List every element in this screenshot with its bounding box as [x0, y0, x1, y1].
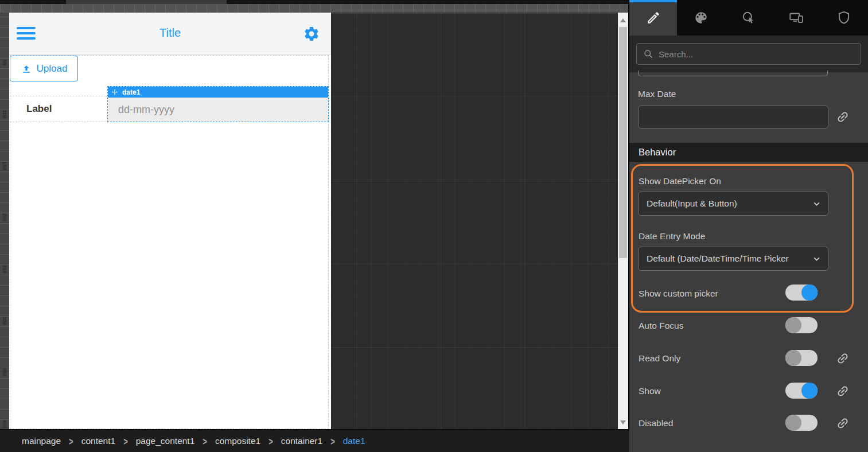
auto-focus-toggle[interactable] [785, 317, 818, 333]
tab-device-preview[interactable] [773, 0, 820, 36]
date-entry-mode-select[interactable]: Default (Date/DateTime/Time Picker [638, 247, 828, 271]
auto-focus-label: Auto Focus [639, 321, 683, 331]
scrolled-input-edge [638, 71, 828, 76]
widget-selection-tag[interactable]: date1 [108, 87, 328, 98]
breadcrumb-item-container1[interactable]: container1 [281, 436, 322, 446]
show-label: Show [639, 386, 661, 396]
read-only-toggle[interactable] [785, 350, 818, 366]
vertical-ruler: 50 100 150 200 250 300 350 400 [0, 13, 9, 430]
ruler-label: 100 [2, 107, 7, 122]
devices-icon [788, 10, 804, 25]
ruler-label: 250 [2, 262, 7, 276]
breadcrumb-item-page-content1[interactable]: page_content1 [136, 436, 195, 446]
move-icon [111, 89, 118, 96]
search-box[interactable] [636, 43, 861, 65]
show-datepicker-on-label: Show DatePicker On [639, 176, 721, 186]
chevron-right-icon: > [69, 435, 73, 447]
disabled-label: Disabled [639, 418, 673, 428]
search-section [629, 36, 868, 72]
chevron-right-icon: > [330, 435, 335, 447]
shield-icon [836, 10, 851, 25]
scroll-down-arrow-icon[interactable] [620, 420, 626, 424]
date-input-field[interactable]: dd-mm-yyyy [108, 98, 328, 122]
date-entry-mode-value: Default (Date/DateTime/Time Picker [639, 247, 828, 270]
search-icon [644, 49, 653, 59]
toggle-knob [785, 350, 801, 366]
toggle-knob [785, 415, 801, 431]
ruler-label: 300 [2, 313, 7, 328]
top-strip [0, 0, 629, 4]
breadcrumb: mainpage > content1 > page_content1 > co… [0, 430, 629, 452]
scroll-up-arrow-icon[interactable] [620, 18, 626, 22]
bind-link-icon[interactable] [836, 352, 850, 365]
phone-canvas[interactable]: Title Upload Label date1 dd-mm-yyyy [9, 13, 331, 430]
show-datepicker-on-select[interactable]: Default(Input & Button) [638, 192, 828, 216]
max-date-input[interactable] [638, 106, 828, 128]
upload-icon [21, 63, 32, 75]
toggle-knob [801, 285, 818, 301]
breadcrumb-item-composite1[interactable]: composite1 [215, 436, 260, 446]
ruler-label: 50 [2, 55, 7, 70]
ruler-label: 350 [2, 365, 7, 380]
date-entry-mode-label: Date Entry Mode [639, 231, 705, 241]
palette-icon [694, 10, 709, 25]
bind-link-icon[interactable] [836, 110, 850, 124]
chevron-right-icon: > [268, 435, 273, 447]
chevron-down-icon [812, 254, 822, 264]
search-input[interactable] [659, 49, 854, 59]
ruler-label: 150 [2, 158, 7, 173]
panel-tabbar [629, 0, 868, 36]
tab-markup[interactable] [629, 0, 677, 36]
toggle-knob [785, 317, 801, 333]
upload-button-label: Upload [37, 63, 68, 75]
scrollbar-thumb[interactable] [619, 27, 627, 258]
show-custom-picker-label: Show custom picker [639, 289, 718, 299]
chevron-down-icon [812, 199, 822, 209]
selected-date-widget[interactable]: date1 dd-mm-yyyy [107, 86, 329, 122]
phone-header: Title [9, 13, 331, 55]
page-title: Title [9, 26, 331, 40]
breadcrumb-item-mainpage[interactable]: mainpage [22, 436, 61, 446]
inspector-icon [741, 10, 756, 25]
tab-inspect[interactable] [725, 0, 772, 36]
tab-security[interactable] [820, 0, 868, 36]
upload-button[interactable]: Upload [10, 56, 78, 81]
settings-gear-icon[interactable] [303, 25, 320, 42]
horizontal-ruler [0, 4, 628, 13]
widget-name: date1 [122, 88, 140, 96]
tab-styles[interactable] [677, 0, 725, 36]
toggle-knob [801, 383, 818, 399]
top-strip-segment [66, 0, 227, 4]
show-toggle[interactable] [785, 383, 818, 399]
read-only-label: Read Only [639, 353, 680, 364]
breadcrumb-item-date1[interactable]: date1 [343, 436, 365, 446]
pencil-icon [646, 10, 661, 25]
show-custom-picker-toggle[interactable] [785, 285, 818, 301]
app-designer: 50 100 150 200 250 300 350 400 Title Upl… [0, 0, 868, 452]
chevron-right-icon: > [203, 435, 207, 447]
properties-list: Max Date Behavior Show DatePicker On Def… [629, 72, 868, 452]
breadcrumb-item-content1[interactable]: content1 [81, 436, 115, 446]
canvas-scrollbar[interactable] [618, 13, 628, 430]
ruler-label: 200 [2, 210, 7, 225]
bind-link-icon[interactable] [836, 384, 850, 398]
show-datepicker-on-value: Default(Input & Button) [639, 192, 828, 215]
chevron-right-icon: > [123, 435, 128, 447]
properties-panel: Max Date Behavior Show DatePicker On Def… [629, 0, 868, 452]
max-date-label: Max Date [638, 89, 676, 99]
behavior-section-header: Behavior [629, 143, 868, 162]
disabled-toggle[interactable] [785, 415, 818, 431]
bind-link-icon[interactable] [836, 416, 850, 430]
